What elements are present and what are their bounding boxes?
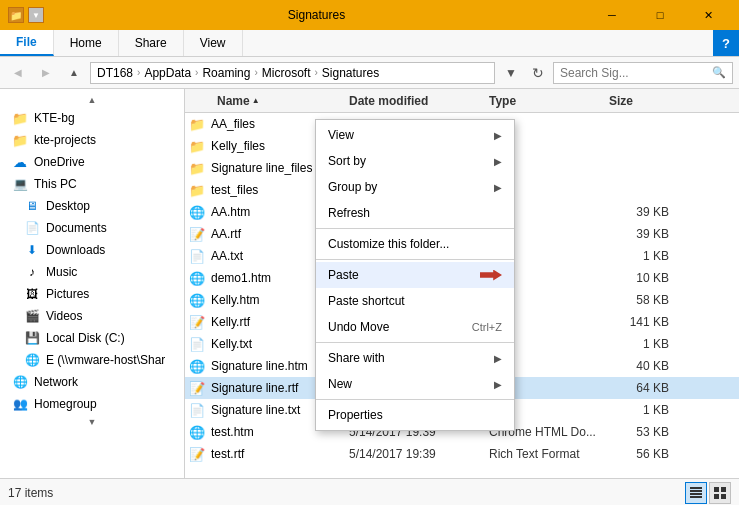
ctx-share-with[interactable]: Share with ▶ <box>316 345 514 371</box>
ctx-shortcut: Ctrl+Z <box>472 321 502 333</box>
ctx-refresh[interactable]: Refresh <box>316 200 514 226</box>
sidebar-label: This PC <box>34 177 77 191</box>
ribbon: File Home Share View ? <box>0 30 739 57</box>
sidebar-item-this-pc[interactable]: 💻 This PC <box>0 173 184 195</box>
tab-home[interactable]: Home <box>54 30 119 56</box>
sidebar-item-kte-projects[interactable]: 📁 kte-projects <box>0 129 184 151</box>
onedrive-icon: ☁ <box>12 154 28 170</box>
tab-view[interactable]: View <box>184 30 243 56</box>
svg-rect-0 <box>690 487 702 489</box>
sidebar-label: KTE-bg <box>34 111 75 125</box>
file-size: 64 KB <box>609 381 669 395</box>
search-box[interactable]: 🔍 <box>553 62 733 84</box>
sidebar-label: Network <box>34 375 78 389</box>
ctx-separator <box>316 259 514 260</box>
help-button[interactable]: ? <box>713 30 739 56</box>
sidebar-item-downloads[interactable]: ⬇ Downloads <box>0 239 184 261</box>
sidebar-item-documents[interactable]: 📄 Documents <box>0 217 184 239</box>
dropdown-button[interactable]: ▼ <box>499 61 523 85</box>
path-segment-dt168[interactable]: DT168 <box>97 66 133 80</box>
forward-button[interactable]: ▶ <box>34 61 58 85</box>
sidebar-scroll-down[interactable]: ▼ <box>0 415 184 429</box>
ctx-submenu-arrow: ▶ <box>494 130 502 141</box>
svg-rect-6 <box>714 494 719 499</box>
sidebar-item-music[interactable]: ♪ Music <box>0 261 184 283</box>
view-detail-button[interactable] <box>685 482 707 504</box>
sidebar-label: E (\\vmware-host\Shar <box>46 353 165 367</box>
disk-icon: 💾 <box>24 330 40 346</box>
path-segment-signatures[interactable]: Signatures <box>322 66 379 80</box>
view-list-button[interactable] <box>709 482 731 504</box>
sidebar-item-homegroup[interactable]: 👥 Homegroup <box>0 393 184 415</box>
minimize-button[interactable]: ─ <box>589 0 635 30</box>
back-button[interactable]: ◀ <box>6 61 30 85</box>
file-name: AA.txt <box>211 249 243 263</box>
sidebar-item-network[interactable]: 🌐 Network <box>0 371 184 393</box>
downloads-icon: ⬇ <box>24 242 40 258</box>
rtf-icon: 📝 <box>189 446 205 462</box>
sidebar-item-onedrive[interactable]: ☁ OneDrive <box>0 151 184 173</box>
up-button[interactable]: ▲ <box>62 61 86 85</box>
ctx-customize[interactable]: Customize this folder... <box>316 231 514 257</box>
music-icon: ♪ <box>24 264 40 280</box>
file-name: AA.rtf <box>211 227 241 241</box>
window-icon: 📁 <box>8 7 24 23</box>
folder-icon: 📁 <box>189 182 205 198</box>
paste-arrow-icon <box>480 270 502 281</box>
tab-share[interactable]: Share <box>119 30 184 56</box>
close-button[interactable]: ✕ <box>685 0 731 30</box>
search-input[interactable] <box>560 66 708 80</box>
ctx-group-by[interactable]: Group by ▶ <box>316 174 514 200</box>
detail-view-icon <box>689 486 703 500</box>
col-header-date[interactable]: Date modified <box>349 94 489 108</box>
rtf-icon: 📝 <box>189 226 205 242</box>
ribbon-tabs: File Home Share View ? <box>0 30 739 56</box>
ctx-undo-move[interactable]: Undo Move Ctrl+Z <box>316 314 514 340</box>
file-name: Signature line.rtf <box>211 381 298 395</box>
sidebar-scroll-up[interactable]: ▲ <box>0 93 184 107</box>
ctx-sort-by[interactable]: Sort by ▶ <box>316 148 514 174</box>
ctx-separator <box>316 399 514 400</box>
path-segment-roaming[interactable]: Roaming <box>202 66 250 80</box>
ctx-label: Share with <box>328 351 494 365</box>
sidebar-item-kte-bg[interactable]: 📁 KTE-bg <box>0 107 184 129</box>
window-title: Signatures <box>50 8 583 22</box>
sort-arrow: ▲ <box>252 96 260 105</box>
file-header: Name ▲ Date modified Type Size <box>185 89 739 113</box>
sidebar-label: Documents <box>46 221 107 235</box>
ctx-paste-shortcut[interactable]: Paste shortcut <box>316 288 514 314</box>
sidebar-item-desktop[interactable]: 🖥 Desktop <box>0 195 184 217</box>
svg-rect-2 <box>690 493 702 495</box>
col-header-name[interactable]: Name ▲ <box>189 94 349 108</box>
sidebar-item-pictures[interactable]: 🖼 Pictures <box>0 283 184 305</box>
ctx-submenu-arrow: ▶ <box>494 379 502 390</box>
file-row[interactable]: 📝test.rtf 5/14/2017 19:39 Rich Text Form… <box>185 443 739 465</box>
file-size: 53 KB <box>609 425 669 439</box>
chrome-icon: 🌐 <box>189 204 205 220</box>
ctx-new[interactable]: New ▶ <box>316 371 514 397</box>
refresh-button[interactable]: ↻ <box>527 62 549 84</box>
sidebar-item-local-disk[interactable]: 💾 Local Disk (C:) <box>0 327 184 349</box>
file-size: 141 KB <box>609 315 669 329</box>
ctx-properties[interactable]: Properties <box>316 402 514 428</box>
rtf-icon: 📝 <box>189 314 205 330</box>
svg-rect-7 <box>721 494 726 499</box>
homegroup-icon: 👥 <box>12 396 28 412</box>
ctx-submenu-arrow: ▶ <box>494 182 502 193</box>
tab-file[interactable]: File <box>0 30 54 56</box>
ctx-label: Refresh <box>328 206 502 220</box>
ctx-view[interactable]: View ▶ <box>316 122 514 148</box>
main-area: ▲ 📁 KTE-bg 📁 kte-projects ☁ OneDrive 💻 T… <box>0 89 739 478</box>
sidebar-item-e-drive[interactable]: 🌐 E (\\vmware-host\Shar <box>0 349 184 371</box>
path-segment-appdata[interactable]: AppData <box>144 66 191 80</box>
ctx-paste[interactable]: Paste <box>316 262 514 288</box>
file-size: 58 KB <box>609 293 669 307</box>
col-header-size[interactable]: Size <box>609 94 669 108</box>
sidebar-item-videos[interactable]: 🎬 Videos <box>0 305 184 327</box>
file-name: Kelly.rtf <box>211 315 250 329</box>
maximize-button[interactable]: □ <box>637 0 683 30</box>
address-path[interactable]: DT168 › AppData › Roaming › Microsoft › … <box>90 62 495 84</box>
status-item-count: 17 items <box>8 486 53 500</box>
col-header-type[interactable]: Type <box>489 94 609 108</box>
path-segment-microsoft[interactable]: Microsoft <box>262 66 311 80</box>
